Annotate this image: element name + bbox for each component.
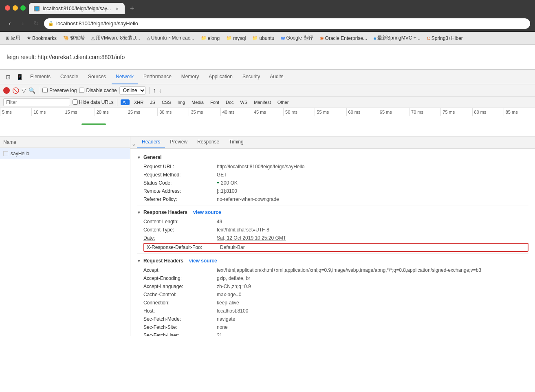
filter-type-css[interactable]: CSS xyxy=(160,99,173,105)
tab-console[interactable]: Console xyxy=(56,70,82,84)
bookmark-oracle[interactable]: ◉ Oracle Enterprise... xyxy=(317,35,370,42)
host-key: Host: xyxy=(143,308,217,314)
filter-type-js[interactable]: JS xyxy=(148,99,157,105)
bookmark-google-translate[interactable]: W Google 翻译 xyxy=(278,34,315,42)
browser-tab-active[interactable]: 🌐 localhost:8100/feign/feign/say... ✕ xyxy=(29,3,125,14)
divider-2 xyxy=(137,253,528,254)
accept-language-row: Accept-Language: zh-CN,zh;q=0.9 xyxy=(137,282,528,291)
title-bar: 🌐 localhost:8100/feign/feign/say... ✕ + xyxy=(0,0,535,15)
bookmark-bookmarks[interactable]: ★ Bookmarks xyxy=(24,35,59,42)
filter-type-manifest[interactable]: Manifest xyxy=(252,99,273,105)
response-headers-section-header[interactable]: ▼ Response Headers view source xyxy=(137,207,528,218)
timeline-request-bar xyxy=(81,123,106,125)
bookmark-springmvc[interactable]: e 最新SpringMVC +... xyxy=(371,34,423,42)
disable-cache-checkbox[interactable] xyxy=(79,88,84,93)
device-toolbar-button[interactable]: 📱 xyxy=(15,72,24,82)
clear-button[interactable]: 🚫 xyxy=(12,87,19,94)
tab-close-button[interactable]: ✕ xyxy=(114,6,120,11)
bookmark-ubuntu[interactable]: 📁 ubuntu xyxy=(250,35,277,42)
tab-timing[interactable]: Timing xyxy=(224,137,249,148)
apps-icon: ⊞ xyxy=(6,35,9,41)
timeline-label-20ms: 20 ms xyxy=(95,108,126,116)
record-button[interactable] xyxy=(3,87,10,94)
cache-control-key: Cache-Control: xyxy=(143,292,217,297)
search-button[interactable]: 🔍 xyxy=(29,87,35,94)
tab-sources[interactable]: Sources xyxy=(84,70,110,84)
tab-audits[interactable]: Audits xyxy=(266,70,287,84)
bookmark-memcache[interactable]: △ Ubuntu下Memcac... xyxy=(144,34,197,42)
export-har-button[interactable]: ↓ xyxy=(159,87,162,94)
timeline-label-25ms: 25 ms xyxy=(126,108,157,116)
item-checkbox[interactable] xyxy=(3,151,8,156)
tab-response[interactable]: Response xyxy=(192,137,224,148)
sec-fetch-site-row: Sec-Fetch-Site: none xyxy=(137,323,528,331)
filter-button[interactable]: ▽ xyxy=(22,87,26,94)
disable-cache-checkbox-label[interactable]: Disable cache xyxy=(79,88,117,93)
hide-data-urls-label[interactable]: Hide data URLs xyxy=(73,99,114,105)
devtools-panel: ⊡ 📱 Elements Console Sources Network Per… xyxy=(0,69,535,336)
new-tab-button[interactable]: + xyxy=(126,3,138,14)
reload-button[interactable]: ↻ xyxy=(31,19,41,29)
close-window-button[interactable] xyxy=(5,5,10,11)
google-icon: W xyxy=(281,36,285,41)
forward-button[interactable]: › xyxy=(18,19,28,29)
tab-performance[interactable]: Performance xyxy=(139,70,176,84)
import-har-button[interactable]: ↑ xyxy=(153,87,156,94)
filter-type-all[interactable]: All xyxy=(121,99,130,105)
referrer-policy-key: Referrer Policy: xyxy=(143,196,217,202)
tab-network[interactable]: Network xyxy=(112,70,138,84)
timeline-label-65ms: 65 ms xyxy=(378,108,409,116)
response-headers-view-source-link[interactable]: view source xyxy=(193,209,221,215)
devtools-tab-bar: ⊡ 📱 Elements Console Sources Network Per… xyxy=(0,70,535,84)
vmware-icon: △ xyxy=(91,35,95,41)
address-url[interactable]: localhost:8100/feign/feign/sayHello xyxy=(56,20,138,26)
tab-memory[interactable]: Memory xyxy=(177,70,203,84)
tab-favicon: 🌐 xyxy=(34,6,40,11)
request-headers-section-header[interactable]: ▼ Request Headers view source xyxy=(137,255,528,266)
request-headers-view-source-link[interactable]: view source xyxy=(189,258,217,264)
preserve-log-label: Preserve log xyxy=(49,88,77,93)
bookmark-mysql[interactable]: 📁 mysql xyxy=(224,35,248,42)
network-timeline: 5 ms 10 ms 15 ms 20 ms 25 ms 30 ms 35 ms… xyxy=(0,108,535,137)
bookmark-apps[interactable]: ⊞ 应用 xyxy=(3,34,23,42)
hide-data-urls-checkbox[interactable] xyxy=(73,99,78,105)
bookmark-elong[interactable]: 📁 elong xyxy=(198,35,222,42)
general-section-header[interactable]: ▼ General xyxy=(137,152,528,163)
timeline-graph xyxy=(0,116,535,137)
folder-icon: 📁 xyxy=(201,35,207,41)
tab-security[interactable]: Security xyxy=(238,70,264,84)
timeline-label-30ms: 30 ms xyxy=(157,108,189,116)
preserve-log-checkbox-label[interactable]: Preserve log xyxy=(42,88,77,93)
general-label: General xyxy=(143,154,162,160)
minimize-window-button[interactable] xyxy=(13,5,18,11)
throttle-select[interactable]: Online xyxy=(119,86,146,95)
close-detail-button[interactable]: × xyxy=(130,142,137,148)
filter-type-img[interactable]: Img xyxy=(176,99,187,105)
bookmark-luotuobang[interactable]: 🐪 骆驼帮 xyxy=(61,34,87,42)
filter-type-ws[interactable]: WS xyxy=(238,99,250,105)
x-response-key: X-Response-Default-Foo: xyxy=(147,244,220,250)
tab-elements[interactable]: Elements xyxy=(26,70,55,84)
page-content: feign result: http://eureka1.client.com:… xyxy=(0,45,535,69)
inspect-element-button[interactable]: ⊡ xyxy=(3,72,13,82)
timeline-label-40ms: 40 ms xyxy=(220,108,252,116)
tab-preview[interactable]: Preview xyxy=(165,137,192,148)
content-type-key: Content-Type: xyxy=(143,227,217,233)
tab-headers[interactable]: Headers xyxy=(137,137,165,148)
request-method-val: GET xyxy=(217,172,227,178)
preserve-log-checkbox[interactable] xyxy=(42,88,48,93)
filter-type-xhr[interactable]: XHR xyxy=(132,99,145,105)
bookmark-spring3[interactable]: C Spring3+Hiber xyxy=(425,35,465,42)
filter-input[interactable] xyxy=(3,98,70,106)
filter-type-doc[interactable]: Doc xyxy=(224,99,236,105)
back-button[interactable]: ‹ xyxy=(5,19,15,29)
filter-type-other[interactable]: Other xyxy=(275,99,291,105)
bookmark-vmware[interactable]: △ 用VMware 8安装U... xyxy=(89,34,143,42)
maximize-window-button[interactable] xyxy=(20,5,26,11)
content-length-key: Content-Length: xyxy=(143,219,217,225)
tab-application[interactable]: Application xyxy=(205,70,237,84)
filter-type-font[interactable]: Font xyxy=(208,99,221,105)
filter-type-media[interactable]: Media xyxy=(189,99,206,105)
network-item-sayhello[interactable]: sayHello xyxy=(0,148,130,159)
accept-encoding-key: Accept-Encoding: xyxy=(143,275,217,281)
